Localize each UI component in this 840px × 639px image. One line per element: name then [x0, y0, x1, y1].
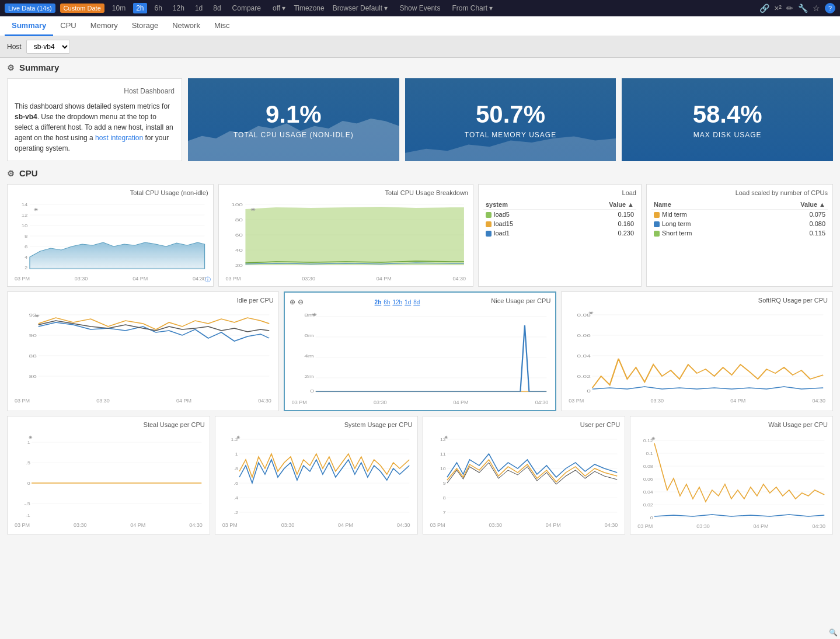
zoom-out-button[interactable]: ⊖: [298, 298, 304, 306]
svg-text:0: 0: [27, 480, 30, 486]
cpu-section: ⚙ CPU Total CPU Usage (non-idle): [7, 168, 833, 534]
load-col-system: system: [483, 200, 563, 210]
svg-text:2: 2: [25, 265, 27, 270]
nice-xaxis: 03 PM03:3004 PM04:30: [290, 400, 551, 405]
wait-cpu-chart: Wait Usage per CPU ✷ 0.12 0.1 0.: [630, 416, 833, 534]
tab-bar: Summary CPU Memory Storage Network Misc: [0, 16, 840, 36]
summary-text: This dashboard shows detailed system met…: [15, 101, 175, 154]
tab-storage[interactable]: Storage: [125, 16, 166, 36]
table-row: Mid term 0.075: [651, 210, 828, 220]
svg-text:0: 0: [587, 388, 591, 394]
time-link-8d[interactable]: 8d: [413, 299, 420, 305]
svg-text:0: 0: [650, 515, 653, 520]
superscript-icon[interactable]: ×²: [774, 4, 782, 13]
svg-text:0.02: 0.02: [643, 502, 653, 508]
show-events-button[interactable]: Show Events: [396, 3, 444, 13]
time-10m[interactable]: 10m: [109, 3, 128, 13]
live-badge: Live Data (14s): [5, 4, 55, 13]
toolbar-right: 🔗 ×² ✏ 🔧 ☆ ?: [759, 3, 835, 13]
idle-cpu-chart: Idle per CPU ✷ 92 90 88 86: [7, 291, 279, 411]
system-cpu-chart: System Usage per CPU ✷ 1.2 1 .8 .6: [215, 416, 418, 534]
tab-network[interactable]: Network: [165, 16, 207, 36]
svg-text:40: 40: [235, 248, 243, 253]
edit-icon[interactable]: ✏: [786, 4, 793, 13]
svg-text:0.06: 0.06: [577, 333, 591, 338]
compare-button[interactable]: Compare: [229, 3, 264, 13]
svg-text:60: 60: [235, 232, 243, 238]
main-content: ⚙ Summary Host Dashboard This dashboard …: [0, 58, 840, 546]
svg-text:2m: 2m: [304, 374, 314, 379]
svg-text:80: 80: [235, 217, 243, 223]
time-2h[interactable]: 2h: [133, 3, 147, 13]
host-name-bold: sb-vb4: [15, 113, 37, 121]
zoom-in-button[interactable]: ⊕: [290, 298, 295, 306]
svg-text:0.04: 0.04: [643, 489, 653, 495]
breakdown-area: 100 80 60 40 20 ✷: [224, 199, 468, 275]
cpu-second-row: Idle per CPU ✷ 92 90 88 86: [7, 291, 833, 411]
host-select[interactable]: sb-vb4: [26, 40, 70, 54]
svg-text:-.5: -.5: [25, 501, 31, 506]
svg-text:0.08: 0.08: [577, 312, 591, 318]
svg-text:8: 8: [442, 495, 445, 501]
settings-icon[interactable]: 🔧: [798, 4, 808, 13]
table-row: load1 0.230: [483, 228, 636, 238]
off-button[interactable]: off ▾: [269, 3, 289, 13]
svg-text:4: 4: [25, 255, 27, 260]
nice-title: Nice Usage per CPU: [491, 297, 550, 304]
metric-card-memory: 50.7% TOTAL MEMORY USAGE: [405, 78, 616, 161]
svg-marker-0: [188, 119, 399, 161]
from-chart-button[interactable]: From Chart ▾: [448, 3, 496, 13]
tab-misc[interactable]: Misc: [207, 16, 237, 36]
tab-memory[interactable]: Memory: [83, 16, 125, 36]
svg-text:8m: 8m: [304, 312, 314, 318]
softirq-cpu-chart: SoftIRQ Usage per CPU ✷ 0.08 0.06 0.04 0…: [561, 291, 833, 411]
time-12h[interactable]: 12h: [170, 3, 187, 13]
time-1d[interactable]: 1d: [192, 3, 205, 13]
scaled-col-name: Name: [651, 200, 756, 210]
info-icon[interactable]: ⓘ: [205, 276, 211, 284]
svg-text:0.02: 0.02: [577, 374, 591, 379]
idle-xaxis: 03 PM03:3004 PM04:30: [12, 398, 274, 404]
svg-text:92: 92: [29, 312, 37, 318]
top-toolbar: Live Data (14s) Custom Date 10m 2h 6h 12…: [0, 0, 840, 16]
load-scaled-box: Load scaled by number of CPUs Name Value…: [646, 184, 833, 287]
breakdown-title: Total CPU Usage Breakdown: [224, 189, 468, 196]
svg-text:86: 86: [29, 374, 37, 379]
steal-xaxis: 03 PM03:3004 PM04:30: [12, 522, 205, 528]
time-link-2h[interactable]: 2h: [375, 299, 382, 305]
svg-marker-28: [245, 207, 463, 265]
time-8d[interactable]: 8d: [210, 3, 224, 13]
svg-text:12: 12: [22, 213, 28, 218]
softirq-title: SoftIRQ Usage per CPU: [566, 297, 828, 304]
star-icon[interactable]: ☆: [813, 4, 820, 13]
time-link-12h[interactable]: 12h: [392, 299, 402, 305]
metric-card-cpu: 9.1% TOTAL CPU USAGE (NON-IDLE): [188, 78, 399, 161]
link-icon[interactable]: 🔗: [759, 4, 769, 13]
cpu-title: CPU: [19, 168, 38, 178]
metric-card-disk: 58.4% MAX DISK USAGE: [622, 78, 833, 161]
softirq-xaxis: 03 PM03:3004 PM04:30: [566, 398, 828, 404]
browser-default-button[interactable]: Browser Default ▾: [329, 3, 392, 13]
steal-cpu-chart: Steal Usage per CPU ✷ 1 .5 0 -.5 -1: [7, 416, 210, 534]
svg-text:100: 100: [231, 202, 243, 207]
svg-text:.2: .2: [233, 509, 238, 515]
host-integration-link[interactable]: host integration: [95, 134, 143, 142]
help-icon[interactable]: ?: [825, 3, 835, 13]
total-cpu-xaxis: 03 PM03:3004 PM04:30: [12, 276, 208, 282]
svg-text:4m: 4m: [304, 353, 314, 359]
time-6h[interactable]: 6h: [152, 3, 165, 13]
load-table: system Value ▲ load5 0.150 load15 0.160: [483, 200, 636, 238]
scaled-col-value: Value ▲: [756, 200, 828, 210]
svg-text:1.2: 1.2: [231, 436, 238, 442]
breakdown-xaxis: 03 PM03:3004 PM04:30: [224, 276, 468, 282]
tab-cpu[interactable]: CPU: [53, 16, 83, 36]
time-link-1d[interactable]: 1d: [405, 299, 411, 305]
svg-text:6m: 6m: [304, 333, 314, 338]
gear-icon: ⚙: [7, 63, 15, 72]
tab-summary[interactable]: Summary: [5, 16, 53, 36]
load-table-box: Load system Value ▲ load5 0.150: [478, 184, 642, 287]
custom-date-badge[interactable]: Custom Date: [60, 4, 104, 13]
time-link-6h[interactable]: 6h: [384, 299, 390, 305]
table-row: Long term 0.080: [651, 219, 828, 228]
svg-text:0.08: 0.08: [643, 463, 653, 469]
